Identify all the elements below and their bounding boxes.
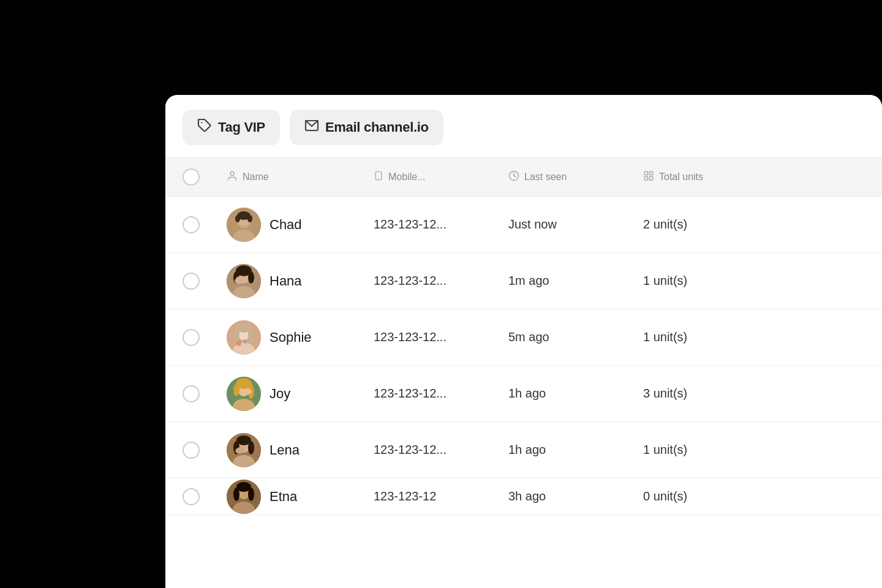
svg-point-15 bbox=[235, 215, 240, 222]
table-row[interactable]: Lena 123-123-12... 1h ago 1 unit(s) bbox=[165, 422, 882, 478]
row-checkbox[interactable] bbox=[183, 488, 227, 505]
row-name: Joy bbox=[270, 386, 290, 402]
row-name-cell: Joy bbox=[227, 377, 374, 411]
row-mobile: 123-123-12... bbox=[374, 443, 508, 457]
row-name-cell: Lena bbox=[227, 433, 374, 467]
row-name: Etna bbox=[270, 489, 297, 505]
clock-icon bbox=[508, 170, 519, 184]
col-header-lastseen: Last seen bbox=[508, 170, 643, 184]
svg-point-31 bbox=[243, 340, 247, 344]
table-row[interactable]: Chad 123-123-12... Just now 2 unit(s) bbox=[165, 197, 882, 253]
row-mobile: 123-123-12... bbox=[374, 330, 508, 344]
table-header: Name Mobile... Last seen bbox=[165, 157, 882, 197]
table-row[interactable]: Joy 123-123-12... 1h ago 3 unit(s) bbox=[165, 366, 882, 422]
svg-rect-9 bbox=[650, 176, 653, 179]
row-name: Chad bbox=[270, 217, 302, 233]
avatar bbox=[227, 320, 261, 355]
svg-point-2 bbox=[230, 172, 234, 175]
svg-point-22 bbox=[248, 271, 254, 284]
avatar bbox=[227, 208, 261, 242]
row-units: 2 unit(s) bbox=[643, 217, 865, 232]
row-checkbox[interactable] bbox=[183, 442, 227, 459]
avatar bbox=[227, 480, 261, 514]
svg-point-50 bbox=[233, 488, 239, 501]
row-lastseen: 5m ago bbox=[508, 330, 643, 344]
row-mobile: 123-123-12... bbox=[374, 386, 508, 401]
svg-point-30 bbox=[236, 341, 241, 346]
row-lastseen: 1h ago bbox=[508, 386, 643, 401]
col-units-label: Total units bbox=[659, 172, 703, 183]
tag-icon bbox=[197, 118, 212, 137]
svg-point-44 bbox=[248, 441, 254, 454]
col-header-units: Total units bbox=[643, 170, 865, 184]
row-units: 0 unit(s) bbox=[643, 489, 865, 503]
table-row[interactable]: Sophie 123-123-12... 5m ago 1 unit(s) bbox=[165, 309, 882, 366]
row-checkbox[interactable] bbox=[183, 385, 227, 402]
col-lastseen-label: Last seen bbox=[524, 172, 567, 183]
row-name: Lena bbox=[270, 442, 300, 458]
row-mobile: 123-123-12... bbox=[374, 274, 508, 288]
tag-vip-label: Tag VIP bbox=[218, 119, 265, 135]
toolbar: Tag VIP Email channel.io bbox=[165, 95, 882, 157]
tag-vip-button[interactable]: Tag VIP bbox=[183, 110, 280, 145]
svg-point-36 bbox=[233, 384, 239, 396]
avatar bbox=[227, 377, 261, 411]
row-lastseen: 1h ago bbox=[508, 443, 643, 457]
row-name: Sophie bbox=[270, 330, 312, 345]
row-checkbox[interactable] bbox=[183, 216, 227, 233]
col-header-mobile: Mobile... bbox=[374, 170, 508, 184]
table-body: Chad 123-123-12... Just now 2 unit(s) bbox=[165, 197, 882, 515]
phone-icon bbox=[374, 170, 383, 184]
col-header-checkbox bbox=[183, 168, 227, 186]
col-mobile-label: Mobile... bbox=[388, 172, 425, 183]
row-name-cell: Sophie bbox=[227, 320, 374, 355]
row-units: 3 unit(s) bbox=[643, 386, 865, 401]
row-checkbox[interactable] bbox=[183, 329, 227, 346]
avatar bbox=[227, 433, 261, 467]
svg-point-29 bbox=[248, 328, 254, 342]
row-mobile: 123-123-12 bbox=[374, 489, 508, 503]
select-all-checkbox[interactable] bbox=[183, 168, 200, 186]
grid-icon bbox=[643, 170, 654, 184]
row-units: 1 unit(s) bbox=[643, 443, 865, 457]
avatar bbox=[227, 264, 261, 298]
main-panel: Tag VIP Email channel.io bbox=[165, 95, 882, 588]
svg-rect-8 bbox=[644, 176, 647, 179]
svg-point-28 bbox=[233, 328, 239, 342]
col-header-name: Name bbox=[227, 170, 374, 184]
col-name-label: Name bbox=[243, 172, 269, 183]
row-name-cell: Hana bbox=[227, 264, 374, 298]
row-units: 1 unit(s) bbox=[643, 274, 865, 288]
svg-rect-6 bbox=[644, 172, 647, 175]
svg-point-51 bbox=[248, 488, 254, 501]
row-checkbox[interactable] bbox=[183, 273, 227, 290]
row-lastseen: 1m ago bbox=[508, 274, 643, 288]
row-lastseen: 3h ago bbox=[508, 489, 643, 503]
row-units: 1 unit(s) bbox=[643, 330, 865, 344]
email-icon bbox=[304, 118, 319, 137]
table-row[interactable]: Hana 123-123-12... 1m ago 1 unit(s) bbox=[165, 253, 882, 309]
row-name-cell: Etna bbox=[227, 480, 374, 514]
row-name: Hana bbox=[270, 273, 302, 289]
row-lastseen: Just now bbox=[508, 217, 643, 232]
table-row[interactable]: Etna 123-123-12 3h ago 0 unit(s) bbox=[165, 478, 882, 515]
svg-rect-7 bbox=[650, 172, 653, 175]
row-mobile: 123-123-12... bbox=[374, 217, 508, 232]
email-channel-label: Email channel.io bbox=[325, 119, 429, 135]
email-channel-button[interactable]: Email channel.io bbox=[290, 110, 443, 145]
svg-point-16 bbox=[247, 215, 252, 222]
row-name-cell: Chad bbox=[227, 208, 374, 242]
person-icon bbox=[227, 170, 238, 184]
